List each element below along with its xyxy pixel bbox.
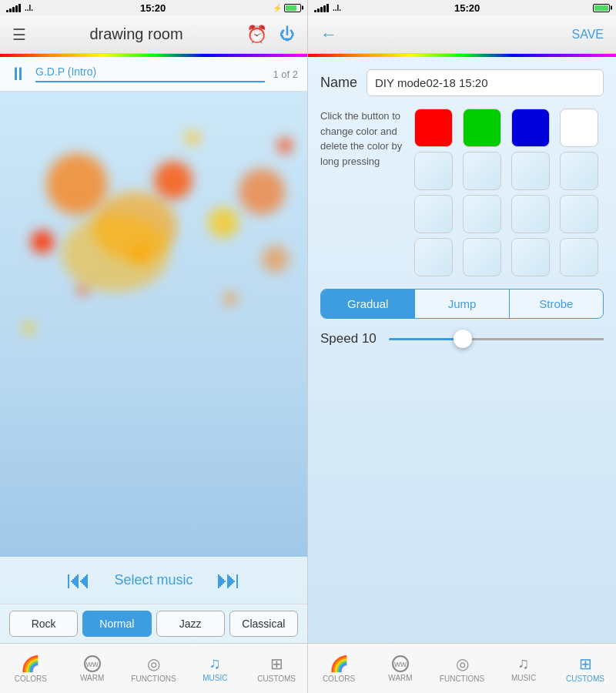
- music-icon-left: ♫: [209, 654, 221, 672]
- save-button[interactable]: SAVE: [572, 28, 604, 42]
- power-icon[interactable]: ⏻: [280, 25, 295, 43]
- alarm-icon[interactable]: ⏰: [246, 25, 267, 45]
- music-icon-right: ♫: [518, 654, 530, 672]
- color-cell-green[interactable]: [463, 109, 501, 147]
- right-battery-icon: [593, 4, 610, 12]
- colors-icon-right: 🌈: [330, 654, 349, 673]
- viz-blob-13: [23, 323, 34, 333]
- track-progress-bar: [35, 81, 265, 82]
- color-cell-empty-2[interactable]: [463, 152, 501, 190]
- viz-blob-12: [277, 138, 293, 153]
- right-tab-music-label: MUSIC: [511, 674, 536, 682]
- speed-slider-track[interactable]: [389, 338, 604, 340]
- select-music-label[interactable]: Select music: [114, 572, 192, 588]
- left-panel: ☰ drawing room ⏰ ⏻ ⏸ G.D.P (Intro) 1 of …: [0, 15, 308, 643]
- color-cell-blue[interactable]: [511, 109, 550, 147]
- viz-blob-8: [185, 130, 200, 146]
- color-cell-empty-11[interactable]: [511, 238, 550, 276]
- color-cell-empty-5[interactable]: [414, 195, 453, 233]
- prev-button[interactable]: ⏮: [66, 566, 91, 594]
- color-cell-empty-1[interactable]: [414, 152, 453, 190]
- viz-blob-4: [208, 207, 239, 238]
- left-tab-music[interactable]: ♫ MUSIC: [184, 644, 246, 693]
- right-tab-customs-label: CUSTOMS: [566, 675, 604, 683]
- color-cell-empty-12[interactable]: [560, 238, 598, 276]
- viz-blob-9: [262, 246, 289, 273]
- right-header: ← SAVE: [308, 15, 616, 54]
- left-tab-customs[interactable]: ⊞ CUSTOMS: [246, 644, 307, 693]
- right-time: 15:20: [454, 2, 480, 14]
- color-cell-empty-6[interactable]: [463, 195, 501, 233]
- right-tab-warm-label: WARM: [388, 674, 412, 682]
- functions-icon-right: ◎: [456, 654, 469, 673]
- speed-slider-thumb[interactable]: [454, 330, 472, 348]
- track-count: 1 of 2: [273, 69, 298, 80]
- genre-classical[interactable]: Classical: [229, 611, 298, 637]
- music-controls: ⏮ Select music ⏭: [0, 557, 307, 604]
- speed-label: Speed 10: [320, 331, 377, 346]
- left-tab-functions-label: FUNCTIONS: [131, 675, 176, 683]
- color-cell-empty-7[interactable]: [511, 195, 550, 233]
- speed-slider-unfilled: [464, 338, 604, 340]
- status-bar-right: ..l. 15:20: [308, 0, 616, 15]
- left-panel-title: drawing room: [89, 25, 182, 43]
- left-signal: ..l.: [6, 3, 33, 12]
- left-tab-warm[interactable]: ww WARM: [62, 644, 123, 693]
- next-button[interactable]: ⏭: [216, 566, 241, 594]
- warm-icon-left: ww: [84, 655, 101, 672]
- color-cell-empty-10[interactable]: [463, 238, 501, 276]
- viz-blob-1: [46, 153, 108, 215]
- speed-row: Speed 10: [320, 331, 604, 346]
- genre-normal[interactable]: Normal: [82, 611, 151, 637]
- customs-icon-left: ⊞: [270, 654, 283, 673]
- left-tab-colors[interactable]: 🌈 COLORS: [0, 644, 62, 693]
- right-panel: ← SAVE Name Click the button to change c…: [308, 15, 616, 643]
- track-info: ⏸ G.D.P (Intro) 1 of 2: [0, 57, 307, 92]
- warm-icon-right: ww: [392, 655, 409, 672]
- left-time: 15:20: [140, 2, 166, 14]
- right-tab-colors-label: COLORS: [323, 675, 355, 683]
- genre-tabs: Rock Normal Jazz Classical: [0, 604, 307, 643]
- right-tab-functions-label: FUNCTIONS: [440, 675, 484, 683]
- status-bar: ..l. 15:20 ⚡ ..l. 15:20: [0, 0, 616, 15]
- right-battery-group: [593, 4, 610, 12]
- color-cell-white[interactable]: [560, 109, 598, 147]
- left-header: ☰ drawing room ⏰ ⏻: [0, 15, 307, 54]
- main-content: ☰ drawing room ⏰ ⏻ ⏸ G.D.P (Intro) 1 of …: [0, 15, 616, 643]
- right-tab-colors[interactable]: 🌈 COLORS: [308, 644, 370, 693]
- effect-gradual[interactable]: Gradual: [321, 290, 414, 318]
- genre-rock[interactable]: Rock: [9, 611, 78, 637]
- right-tab-functions[interactable]: ◎ FUNCTIONS: [431, 644, 493, 693]
- track-name: G.D.P (Intro): [35, 65, 265, 78]
- color-cell-empty-9[interactable]: [414, 238, 453, 276]
- tab-bar: 🌈 COLORS ww WARM ◎ FUNCTIONS ♫ MUSIC ⊞ C…: [0, 643, 616, 693]
- color-cell-empty-4[interactable]: [560, 152, 598, 190]
- color-cell-empty-3[interactable]: [511, 152, 550, 190]
- name-input[interactable]: [367, 69, 604, 96]
- color-cell-red[interactable]: [414, 109, 453, 147]
- visualization-area: [0, 92, 307, 557]
- right-tab-warm[interactable]: ww WARM: [370, 644, 431, 693]
- name-row: Name: [320, 69, 604, 96]
- left-tab-colors-label: COLORS: [15, 675, 47, 683]
- colors-icon-left: 🌈: [21, 654, 40, 673]
- left-tab-functions[interactable]: ◎ FUNCTIONS: [123, 644, 185, 693]
- right-tab-music[interactable]: ♫ MUSIC: [493, 644, 554, 693]
- left-tab-customs-label: CUSTOMS: [257, 675, 296, 683]
- effect-strobe[interactable]: Strobe: [509, 290, 603, 318]
- color-cell-empty-8[interactable]: [560, 195, 598, 233]
- pause-button[interactable]: ⏸: [9, 63, 28, 85]
- effect-jump[interactable]: Jump: [414, 290, 508, 318]
- right-tab-customs[interactable]: ⊞ CUSTOMS: [554, 644, 616, 693]
- status-bar-left: ..l. 15:20 ⚡: [0, 0, 308, 15]
- genre-jazz[interactable]: Jazz: [156, 611, 225, 637]
- left-tab-bar: 🌈 COLORS ww WARM ◎ FUNCTIONS ♫ MUSIC ⊞ C…: [0, 644, 308, 693]
- menu-icon[interactable]: ☰: [12, 25, 26, 44]
- viz-blob-11: [223, 292, 237, 306]
- color-grid-section: Click the button to change color and del…: [320, 109, 604, 276]
- right-signal: ..l.: [314, 3, 341, 12]
- functions-icon-left: ◎: [147, 654, 160, 673]
- left-battery-icon: [284, 4, 301, 12]
- back-button[interactable]: ←: [320, 25, 337, 45]
- left-battery-group: ⚡: [273, 4, 301, 12]
